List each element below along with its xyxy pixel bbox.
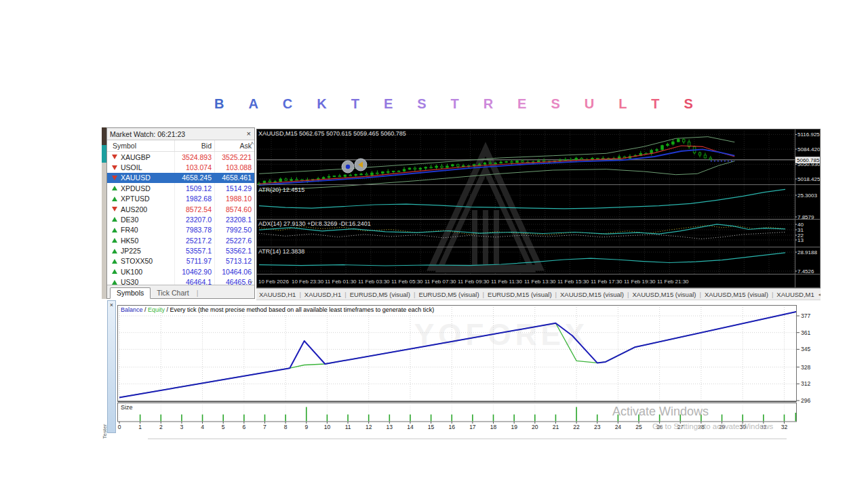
arrow-up-icon	[112, 249, 117, 253]
tester-scrollbar[interactable]: ×	[107, 300, 116, 433]
svg-text:10 Feb 2026: 10 Feb 2026	[258, 279, 289, 285]
svg-text:5116.925: 5116.925	[797, 131, 820, 138]
title-letter: A	[248, 96, 258, 112]
svg-text:24: 24	[615, 424, 622, 430]
chart-tab-7[interactable]: XAUUSD,M15 (visual)	[705, 291, 768, 298]
arrow-up-icon	[112, 238, 117, 243]
symbol-row-xaugbp[interactable]: XAUGBP3524.8933525.221	[107, 152, 254, 162]
column-ask[interactable]: Ask	[214, 140, 254, 151]
svg-text:28.9188: 28.9188	[797, 249, 817, 256]
svg-text:11 Feb 11:30: 11 Feb 11:30	[491, 279, 523, 285]
symbol-row-jp225[interactable]: JP22553557.153562.1	[107, 245, 254, 256]
close-icon[interactable]: ×	[108, 302, 115, 308]
svg-text:6: 6	[242, 424, 245, 430]
arrow-down-icon	[112, 176, 117, 180]
activate-windows-watermark: Activate Windows	[612, 405, 709, 418]
chart-tab-0[interactable]: XAUUSD,H1	[259, 291, 296, 298]
arrow-down-icon	[112, 165, 117, 170]
title-letter: C	[283, 96, 292, 112]
title-letter: S	[417, 96, 426, 112]
arrow-down-icon	[112, 155, 117, 159]
symbol-row-usoil[interactable]: USOIL103.074103.088	[107, 162, 254, 172]
bid-value: 4658.245	[174, 173, 214, 183]
column-symbol[interactable]: Symbol	[107, 142, 174, 150]
svg-text:11: 11	[345, 424, 351, 430]
symbol-label: UK100	[121, 268, 142, 276]
chart-tab-1[interactable]: XAUUSD,H1	[304, 291, 341, 298]
svg-text:5060.785: 5060.785	[797, 157, 820, 163]
svg-text:11 Feb 21:30: 11 Feb 21:30	[657, 279, 689, 285]
chart-tab-3[interactable]: EURUSD,M5 (visual)	[418, 291, 479, 298]
svg-text:4: 4	[201, 424, 204, 430]
svg-text:ATR(20) 12.4515: ATR(20) 12.4515	[258, 186, 304, 193]
price-chart-canvas[interactable]: 5116.9255084.4205050.9305018.425XAUUSD,M…	[256, 129, 821, 288]
chart-tab-5[interactable]: XAUUSD,M15 (visual)	[560, 291, 624, 298]
svg-text:377: 377	[801, 312, 810, 319]
tester-graph-canvas[interactable]: YOFOREXBalance / Equity / Every tick (th…	[116, 300, 818, 437]
symbol-label: USOIL	[121, 163, 142, 171]
title-letter: S	[684, 96, 693, 112]
symbol-label: XAUUSD	[121, 174, 151, 182]
title-letter: T	[451, 96, 459, 112]
tab-separator: |	[699, 291, 701, 298]
arrow-up-icon	[112, 228, 117, 232]
window-edge-dark	[102, 127, 106, 145]
title-letter: E	[384, 96, 393, 112]
arrow-up-icon	[112, 186, 117, 190]
svg-text:17: 17	[469, 424, 476, 430]
bid-value: 5711.97	[174, 256, 214, 266]
chart-tab-8[interactable]: XAUUSD,M1	[776, 291, 814, 298]
chart-tab-4[interactable]: EURUSD,M15 (visual)	[488, 291, 552, 298]
window-edge-strip	[102, 127, 106, 299]
bid-value: 1509.12	[174, 183, 214, 193]
svg-text:11 Feb 17:30: 11 Feb 17:30	[591, 279, 623, 285]
window-bottom-edge	[148, 439, 787, 439]
ask-value: 5713.12	[214, 256, 254, 266]
market-watch-title: Market Watch: 06:21:23	[110, 130, 246, 138]
tab-symbols[interactable]: Symbols	[110, 287, 151, 299]
symbol-row-uk100[interactable]: UK10010462.9010464.06	[107, 266, 254, 277]
svg-text:11 Feb 07:30: 11 Feb 07:30	[425, 279, 456, 285]
symbol-row-xptusd[interactable]: XPTUSD1982.681988.10	[107, 194, 254, 204]
tab-tick-chart[interactable]: Tick Chart	[151, 288, 195, 298]
symbol-label: XPDUSD	[121, 184, 151, 192]
symbol-row-fr40[interactable]: FR407983.787992.50	[107, 225, 254, 235]
symbol-row-stoxx50[interactable]: STOXX505711.975713.12	[107, 256, 254, 266]
symbol-label: HK50	[121, 237, 138, 245]
svg-text:10 Feb 23:30: 10 Feb 23:30	[292, 279, 324, 285]
arrow-down-icon	[112, 207, 117, 211]
tester-legend: Balance / Equity / Every tick (the most …	[121, 306, 434, 313]
window-edge-teal	[102, 145, 106, 163]
market-watch-titlebar[interactable]: Market Watch: 06:21:23 ×	[107, 128, 254, 140]
close-icon[interactable]: ×	[246, 130, 252, 138]
symbol-label: JP225	[121, 247, 141, 255]
symbol-row-xpdusd[interactable]: XPDUSD1509.121514.29	[107, 183, 254, 193]
title-letter: E	[517, 96, 526, 112]
chart-tab-2[interactable]: EURUSD,M5 (visual)	[350, 291, 410, 298]
symbol-label: AUS200	[121, 205, 147, 214]
symbol-label: US30	[121, 278, 138, 285]
svg-text:312: 312	[801, 380, 810, 387]
bid-value: 1982.68	[174, 194, 214, 204]
chart-tab-6[interactable]: XAUUSD,M15 (visual)	[632, 291, 696, 298]
svg-text:0: 0	[118, 424, 121, 430]
ask-value: 25227.6	[214, 235, 254, 245]
symbol-row-de30[interactable]: DE3023207.023208.1	[107, 214, 254, 224]
scroll-down-icon[interactable]: ⌄	[248, 277, 254, 284]
page-title: BACKTESTRESULTS	[214, 96, 693, 112]
svg-text:5: 5	[222, 424, 225, 430]
symbol-row-us30[interactable]: US3046464.146465.6	[107, 277, 254, 285]
symbol-row-xauusd[interactable]: XAUUSD4658.2454658.461	[107, 173, 254, 183]
tab-separator: |	[299, 291, 300, 298]
svg-text:ADX(14) 27.9130 +DI:8.3269 -DI: ADX(14) 27.9130 +DI:8.3269 -DI:16.2401	[258, 220, 371, 227]
symbol-label: STOXX50	[121, 257, 153, 265]
svg-text:25: 25	[635, 424, 642, 430]
column-bid[interactable]: Bid	[174, 140, 214, 151]
ask-value: 23208.1	[214, 214, 254, 224]
scroll-up-icon[interactable]: ^	[251, 141, 254, 148]
symbol-row-hk50[interactable]: HK5025217.225227.6	[107, 235, 254, 245]
tester-watermark: YOFOREX	[414, 318, 589, 351]
tab-scroll-arrows[interactable]: ◂ ▸	[814, 291, 821, 298]
svg-text:16: 16	[449, 424, 456, 430]
symbol-row-aus200[interactable]: AUS2008572.548574.60	[107, 204, 254, 214]
